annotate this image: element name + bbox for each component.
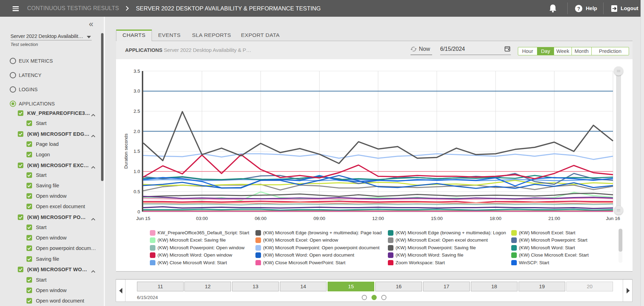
- svg-text:09:00: 09:00: [314, 216, 325, 221]
- svg-text:15:00: 15:00: [431, 216, 443, 221]
- svg-text:21:00: 21:00: [549, 216, 560, 221]
- svg-text:Jun 15: Jun 15: [136, 216, 151, 221]
- svg-text:18:00: 18:00: [490, 216, 501, 221]
- svg-text:06:00: 06:00: [255, 216, 267, 221]
- svg-text:?: ?: [577, 6, 580, 11]
- svg-text:1.5: 1.5: [133, 149, 140, 154]
- svg-text:0.5: 0.5: [133, 189, 140, 194]
- svg-text:03:00: 03:00: [196, 216, 208, 221]
- svg-text:3.5: 3.5: [133, 69, 140, 74]
- svg-text:0: 0: [137, 209, 140, 214]
- svg-text:3.0: 3.0: [133, 88, 140, 94]
- svg-text:12:00: 12:00: [372, 216, 384, 221]
- svg-text:2.0: 2.0: [133, 129, 140, 134]
- svg-text:2.5: 2.5: [133, 109, 140, 114]
- svg-text:Jun 16: Jun 16: [606, 216, 620, 221]
- svg-text:Duration seconds: Duration seconds: [123, 133, 129, 169]
- svg-text:1.0: 1.0: [133, 169, 140, 174]
